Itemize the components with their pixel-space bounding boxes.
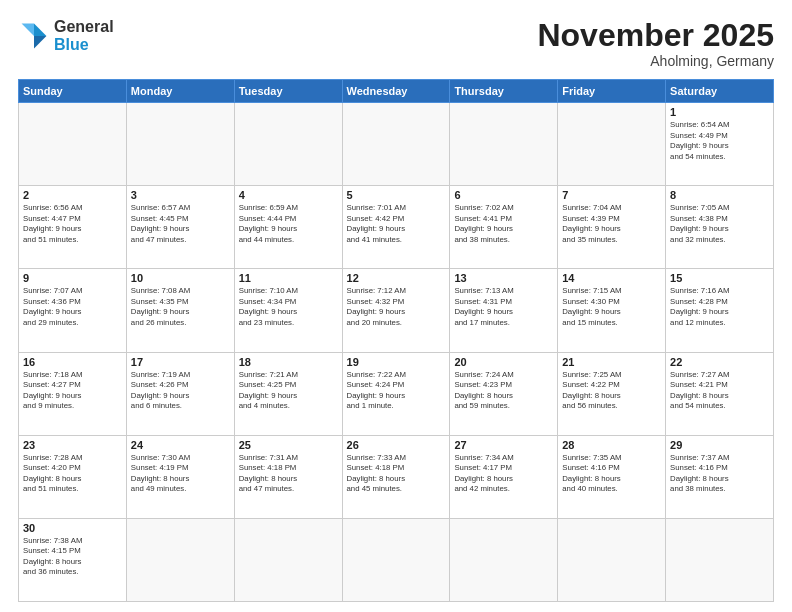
calendar-cell: 20Sunrise: 7:24 AM Sunset: 4:23 PM Dayli… — [450, 352, 558, 435]
calendar-cell: 4Sunrise: 6:59 AM Sunset: 4:44 PM Daylig… — [234, 186, 342, 269]
day-number: 15 — [670, 272, 769, 284]
day-number: 10 — [131, 272, 230, 284]
calendar-cell: 14Sunrise: 7:15 AM Sunset: 4:30 PM Dayli… — [558, 269, 666, 352]
day-info: Sunrise: 7:13 AM Sunset: 4:31 PM Dayligh… — [454, 286, 553, 328]
calendar-row: 23Sunrise: 7:28 AM Sunset: 4:20 PM Dayli… — [19, 435, 774, 518]
logo: General Blue — [18, 18, 114, 53]
weekday-header: Thursday — [450, 80, 558, 103]
calendar-cell: 18Sunrise: 7:21 AM Sunset: 4:25 PM Dayli… — [234, 352, 342, 435]
day-number: 1 — [670, 106, 769, 118]
calendar-cell: 11Sunrise: 7:10 AM Sunset: 4:34 PM Dayli… — [234, 269, 342, 352]
calendar-cell: 15Sunrise: 7:16 AM Sunset: 4:28 PM Dayli… — [666, 269, 774, 352]
day-info: Sunrise: 7:02 AM Sunset: 4:41 PM Dayligh… — [454, 203, 553, 245]
day-info: Sunrise: 7:10 AM Sunset: 4:34 PM Dayligh… — [239, 286, 338, 328]
calendar-cell: 2Sunrise: 6:56 AM Sunset: 4:47 PM Daylig… — [19, 186, 127, 269]
calendar-cell — [450, 518, 558, 601]
calendar-cell: 9Sunrise: 7:07 AM Sunset: 4:36 PM Daylig… — [19, 269, 127, 352]
day-number: 23 — [23, 439, 122, 451]
day-info: Sunrise: 7:30 AM Sunset: 4:19 PM Dayligh… — [131, 453, 230, 495]
calendar-cell: 24Sunrise: 7:30 AM Sunset: 4:19 PM Dayli… — [126, 435, 234, 518]
day-info: Sunrise: 7:22 AM Sunset: 4:24 PM Dayligh… — [347, 370, 446, 412]
month-year: November 2025 — [537, 18, 774, 53]
calendar-cell — [234, 103, 342, 186]
day-info: Sunrise: 7:01 AM Sunset: 4:42 PM Dayligh… — [347, 203, 446, 245]
day-info: Sunrise: 7:37 AM Sunset: 4:16 PM Dayligh… — [670, 453, 769, 495]
day-info: Sunrise: 6:56 AM Sunset: 4:47 PM Dayligh… — [23, 203, 122, 245]
day-number: 28 — [562, 439, 661, 451]
calendar-cell: 7Sunrise: 7:04 AM Sunset: 4:39 PM Daylig… — [558, 186, 666, 269]
svg-marker-2 — [22, 23, 34, 35]
calendar: SundayMondayTuesdayWednesdayThursdayFrid… — [18, 79, 774, 602]
calendar-cell — [126, 518, 234, 601]
calendar-row: 1Sunrise: 6:54 AM Sunset: 4:49 PM Daylig… — [19, 103, 774, 186]
day-info: Sunrise: 7:16 AM Sunset: 4:28 PM Dayligh… — [670, 286, 769, 328]
day-number: 19 — [347, 356, 446, 368]
calendar-cell: 12Sunrise: 7:12 AM Sunset: 4:32 PM Dayli… — [342, 269, 450, 352]
calendar-cell: 27Sunrise: 7:34 AM Sunset: 4:17 PM Dayli… — [450, 435, 558, 518]
logo-text: General Blue — [54, 18, 114, 53]
day-number: 4 — [239, 189, 338, 201]
day-info: Sunrise: 7:19 AM Sunset: 4:26 PM Dayligh… — [131, 370, 230, 412]
location: Aholming, Germany — [537, 53, 774, 69]
calendar-cell: 6Sunrise: 7:02 AM Sunset: 4:41 PM Daylig… — [450, 186, 558, 269]
calendar-cell: 25Sunrise: 7:31 AM Sunset: 4:18 PM Dayli… — [234, 435, 342, 518]
day-number: 9 — [23, 272, 122, 284]
calendar-cell: 1Sunrise: 6:54 AM Sunset: 4:49 PM Daylig… — [666, 103, 774, 186]
day-number: 30 — [23, 522, 122, 534]
day-info: Sunrise: 6:54 AM Sunset: 4:49 PM Dayligh… — [670, 120, 769, 162]
svg-marker-0 — [34, 23, 46, 35]
day-info: Sunrise: 7:05 AM Sunset: 4:38 PM Dayligh… — [670, 203, 769, 245]
calendar-cell — [558, 103, 666, 186]
day-number: 26 — [347, 439, 446, 451]
day-number: 27 — [454, 439, 553, 451]
day-number: 22 — [670, 356, 769, 368]
calendar-row: 30Sunrise: 7:38 AM Sunset: 4:15 PM Dayli… — [19, 518, 774, 601]
weekday-header-row: SundayMondayTuesdayWednesdayThursdayFrid… — [19, 80, 774, 103]
calendar-cell: 19Sunrise: 7:22 AM Sunset: 4:24 PM Dayli… — [342, 352, 450, 435]
calendar-row: 16Sunrise: 7:18 AM Sunset: 4:27 PM Dayli… — [19, 352, 774, 435]
calendar-cell: 3Sunrise: 6:57 AM Sunset: 4:45 PM Daylig… — [126, 186, 234, 269]
day-number: 11 — [239, 272, 338, 284]
day-number: 8 — [670, 189, 769, 201]
day-info: Sunrise: 7:25 AM Sunset: 4:22 PM Dayligh… — [562, 370, 661, 412]
svg-marker-1 — [34, 36, 46, 48]
day-number: 25 — [239, 439, 338, 451]
calendar-cell — [234, 518, 342, 601]
weekday-header: Monday — [126, 80, 234, 103]
day-number: 7 — [562, 189, 661, 201]
calendar-cell: 29Sunrise: 7:37 AM Sunset: 4:16 PM Dayli… — [666, 435, 774, 518]
day-number: 16 — [23, 356, 122, 368]
calendar-cell — [342, 518, 450, 601]
calendar-cell: 16Sunrise: 7:18 AM Sunset: 4:27 PM Dayli… — [19, 352, 127, 435]
day-info: Sunrise: 7:07 AM Sunset: 4:36 PM Dayligh… — [23, 286, 122, 328]
calendar-cell — [450, 103, 558, 186]
weekday-header: Saturday — [666, 80, 774, 103]
weekday-header: Sunday — [19, 80, 127, 103]
day-info: Sunrise: 7:21 AM Sunset: 4:25 PM Dayligh… — [239, 370, 338, 412]
calendar-cell — [126, 103, 234, 186]
calendar-cell: 22Sunrise: 7:27 AM Sunset: 4:21 PM Dayli… — [666, 352, 774, 435]
calendar-row: 2Sunrise: 6:56 AM Sunset: 4:47 PM Daylig… — [19, 186, 774, 269]
header: General Blue November 2025 Aholming, Ger… — [18, 18, 774, 69]
calendar-cell — [19, 103, 127, 186]
weekday-header: Friday — [558, 80, 666, 103]
day-number: 21 — [562, 356, 661, 368]
day-info: Sunrise: 7:31 AM Sunset: 4:18 PM Dayligh… — [239, 453, 338, 495]
day-number: 18 — [239, 356, 338, 368]
calendar-cell: 13Sunrise: 7:13 AM Sunset: 4:31 PM Dayli… — [450, 269, 558, 352]
day-info: Sunrise: 7:24 AM Sunset: 4:23 PM Dayligh… — [454, 370, 553, 412]
day-number: 17 — [131, 356, 230, 368]
day-info: Sunrise: 7:15 AM Sunset: 4:30 PM Dayligh… — [562, 286, 661, 328]
logo-icon — [18, 20, 50, 52]
day-number: 5 — [347, 189, 446, 201]
calendar-cell — [558, 518, 666, 601]
day-number: 29 — [670, 439, 769, 451]
day-info: Sunrise: 7:12 AM Sunset: 4:32 PM Dayligh… — [347, 286, 446, 328]
calendar-cell: 10Sunrise: 7:08 AM Sunset: 4:35 PM Dayli… — [126, 269, 234, 352]
calendar-cell: 28Sunrise: 7:35 AM Sunset: 4:16 PM Dayli… — [558, 435, 666, 518]
day-info: Sunrise: 7:04 AM Sunset: 4:39 PM Dayligh… — [562, 203, 661, 245]
calendar-cell: 30Sunrise: 7:38 AM Sunset: 4:15 PM Dayli… — [19, 518, 127, 601]
calendar-row: 9Sunrise: 7:07 AM Sunset: 4:36 PM Daylig… — [19, 269, 774, 352]
calendar-cell: 26Sunrise: 7:33 AM Sunset: 4:18 PM Dayli… — [342, 435, 450, 518]
day-info: Sunrise: 7:28 AM Sunset: 4:20 PM Dayligh… — [23, 453, 122, 495]
